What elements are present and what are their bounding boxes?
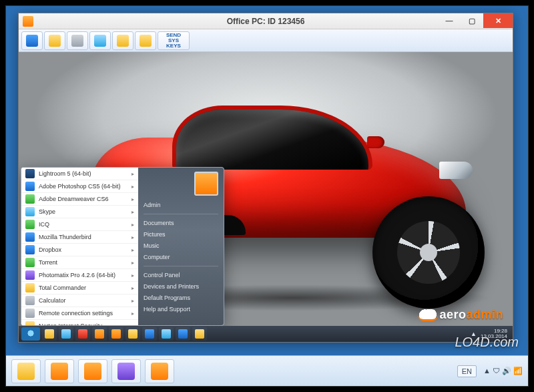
start-menu-item[interactable]: Adobe Photoshop CS5 (64-bit)▸	[21, 180, 138, 193]
chevron-right-icon: ▸	[131, 209, 134, 215]
start-menu-item[interactable]: Lightroom 5 (64-bit)▸	[21, 168, 138, 180]
start-menu-place[interactable]: Devices and Printers	[144, 283, 218, 290]
maximize-button[interactable]: ▢	[461, 13, 483, 28]
fullscreen-button[interactable]	[21, 31, 43, 50]
file-transfer-button[interactable]	[44, 31, 65, 50]
taskbar-pin-word[interactable]	[176, 327, 190, 341]
taskbar-pin-chrome[interactable]	[75, 327, 90, 341]
screenshot-button[interactable]	[67, 31, 88, 50]
host-aeroadmin-button[interactable]	[145, 359, 174, 383]
language-indicator[interactable]: EN	[457, 365, 477, 377]
host-taskbar[interactable]: EN ▲ 🛡 🔊 📶	[6, 355, 528, 386]
start-menu-programs: Lightroom 5 (64-bit)▸Adobe Photoshop CS5…	[21, 168, 138, 325]
start-menu-place[interactable]: Default Programs	[144, 295, 218, 301]
start-menu-place[interactable]: Admin	[144, 202, 218, 208]
start-menu-item[interactable]: Dropbox▸	[21, 244, 138, 256]
taskbar-pin-skype[interactable]	[159, 327, 174, 341]
lock-remote-button[interactable]	[135, 31, 156, 50]
start-menu-item[interactable]: ICQ▸	[21, 218, 138, 231]
chevron-right-icon: ▸	[131, 247, 134, 253]
taskbar-pin-outlook[interactable]	[142, 327, 157, 341]
remote-window-titlebar[interactable]: Office PC: ID 123456 — ▢ ✕	[19, 13, 513, 29]
taskbar-pin-explorer[interactable]	[42, 327, 57, 341]
remote-desktop-viewport[interactable]: aeroadmin Lightroom 5 (64-bit)▸Adobe Pho…	[19, 52, 513, 342]
start-menu-item[interactable]: Torrent▸	[21, 256, 138, 269]
start-menu-place[interactable]: Help and Support	[144, 306, 218, 313]
remote-start-button[interactable]	[21, 327, 40, 341]
host-vlc-button[interactable]	[78, 359, 107, 383]
taskbar-pin-ie[interactable]	[59, 327, 73, 341]
app-icon	[25, 321, 35, 326]
send-keys-button[interactable]: SEND SYS KEYS	[158, 31, 190, 50]
start-menu-places: AdminDocumentsPicturesMusicComputerContr…	[138, 168, 224, 325]
explorer-icon	[45, 329, 54, 339]
start-menu-item[interactable]: Total Commander▸	[21, 282, 138, 295]
ie-icon	[61, 329, 71, 339]
remote-taskbar[interactable]: ▲ 19:28 13.03.2014	[19, 326, 513, 342]
app-icon	[25, 270, 35, 280]
remote-session-window: Office PC: ID 123456 — ▢ ✕ SEND SYS KEYS…	[18, 13, 513, 343]
start-menu-item[interactable]: Mozilla Thunderbird▸	[21, 231, 138, 244]
host-tray[interactable]: EN ▲ 🛡 🔊 📶	[457, 365, 523, 377]
host-firefox-button[interactable]	[45, 359, 74, 383]
host-taskbar-buttons	[11, 359, 174, 383]
start-menu-item[interactable]: Norton Internet Security▸	[21, 320, 138, 326]
lock-local-button[interactable]	[112, 31, 134, 50]
app-icon	[25, 258, 35, 267]
start-menu-item[interactable]: Skype▸	[21, 206, 138, 218]
refresh-button[interactable]	[89, 31, 111, 50]
start-menu-item-label: Torrent	[39, 259, 57, 266]
close-button[interactable]: ✕	[483, 13, 513, 28]
start-menu-place[interactable]: Computer	[144, 254, 218, 260]
chevron-right-icon: ▸	[131, 311, 134, 317]
app-icon	[25, 283, 35, 292]
cloud-icon	[418, 309, 438, 321]
app-icon	[25, 296, 35, 305]
folder-icon	[128, 329, 138, 339]
app-icon	[25, 245, 35, 254]
host-aeroadmin-icon	[151, 363, 168, 380]
chevron-right-icon: ▸	[131, 260, 134, 266]
app-icon	[23, 16, 33, 27]
remote-clock-date: 13.03.2014	[481, 334, 507, 339]
start-menu-item-label: Adobe Photoshop CS5 (64-bit)	[39, 183, 121, 190]
remote-tray[interactable]: ▲ 19:28 13.03.2014	[471, 329, 510, 339]
chevron-right-icon: ▸	[131, 272, 134, 278]
start-menu-item[interactable]: Photomatix Pro 4.2.6 (64-bit)▸	[21, 269, 138, 282]
start-menu-item-label: Dropbox	[39, 246, 61, 253]
lock-remote-button-icon	[140, 35, 152, 47]
host-desktop: Office PC: ID 123456 — ▢ ✕ SEND SYS KEYS…	[5, 5, 529, 387]
remote-start-menu[interactable]: Lightroom 5 (64-bit)▸Adobe Photoshop CS5…	[21, 167, 224, 326]
chevron-right-icon: ▸	[131, 234, 134, 240]
start-menu-place[interactable]: Music	[144, 242, 218, 249]
chrome-icon	[78, 329, 87, 339]
start-menu-item[interactable]: Remote connection settings▸	[21, 307, 138, 320]
taskbar-pin-total-commander[interactable]	[192, 327, 207, 341]
taskbar-pin-firefox[interactable]	[92, 327, 107, 341]
host-explorer-button[interactable]	[11, 359, 41, 383]
host-tor-icon	[117, 363, 135, 380]
chevron-right-icon: ▸	[131, 298, 134, 304]
user-avatar[interactable]	[194, 172, 218, 196]
word-icon	[178, 329, 188, 339]
start-menu-place[interactable]: Documents	[144, 220, 218, 226]
start-menu-item-label: ICQ	[39, 221, 49, 228]
start-menu-item[interactable]: Adobe Dreamweaver CS6▸	[21, 193, 138, 206]
taskbar-pin-wmp[interactable]	[109, 327, 123, 341]
separator	[144, 266, 218, 266]
start-menu-place[interactable]: Pictures	[144, 231, 218, 238]
session-toolbar: SEND SYS KEYS	[19, 29, 513, 52]
start-menu-item-label: Mozilla Thunderbird	[39, 234, 91, 240]
app-icon	[25, 207, 35, 216]
remote-taskbar-pins	[42, 327, 207, 341]
start-menu-place[interactable]: Control Panel	[144, 272, 218, 278]
start-menu-item[interactable]: Calculator▸	[21, 295, 138, 307]
screenshot-button-icon	[71, 35, 83, 47]
host-tray-icons[interactable]: ▲ 🛡 🔊 📶	[483, 367, 523, 375]
taskbar-pin-folder[interactable]	[125, 327, 140, 341]
tray-up-icon[interactable]: ▲	[471, 331, 477, 337]
total-commander-icon	[195, 329, 204, 339]
host-tor-button[interactable]	[111, 359, 141, 383]
host-explorer-icon	[17, 363, 35, 380]
minimize-button[interactable]: —	[438, 13, 461, 28]
